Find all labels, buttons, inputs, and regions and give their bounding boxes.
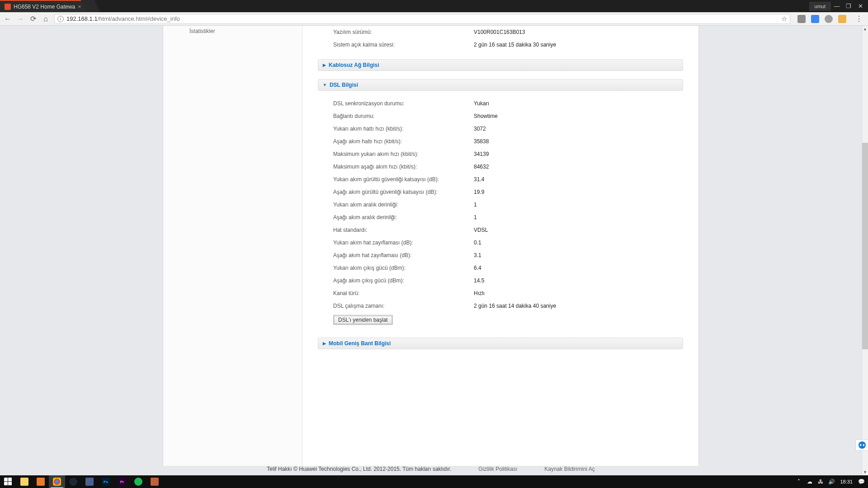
windows-logo-icon	[4, 478, 12, 486]
tray-cloud-icon[interactable]: ☁	[807, 479, 813, 485]
info-label: Sistem açık kalma süresi:	[318, 42, 474, 48]
nav-back-button[interactable]: ←	[4, 15, 12, 23]
info-label: Aşağı akım aralık derinliği:	[318, 214, 474, 221]
task-chrome[interactable]	[49, 475, 65, 488]
scrollbar-down-icon[interactable]: ▼	[862, 469, 868, 475]
info-row: Kanal türü:Hızlı	[318, 287, 683, 300]
info-row: Aşağı akım hat zayıflaması (dB):3.1	[318, 249, 683, 262]
folder-icon	[20, 478, 28, 486]
dsl-restart-button[interactable]: DSL'ı yeniden başlat	[333, 315, 393, 325]
info-value: 1	[474, 214, 683, 221]
tray-chevron-up-icon[interactable]: ˄	[796, 479, 802, 485]
footer-osn-link[interactable]: Kaynak Bildirimini Aç	[544, 466, 594, 472]
svg-rect-1	[8, 478, 12, 481]
info-value: 31.4	[474, 176, 683, 183]
premiere-icon: Pr	[118, 478, 126, 486]
extension-translate-icon[interactable]	[811, 15, 819, 23]
info-row: Yukarı akım aralık derinliği:1	[318, 198, 683, 211]
nav-reload-button[interactable]: ⟳	[29, 15, 37, 23]
nav-home-button[interactable]: ⌂	[42, 15, 50, 23]
svg-rect-2	[4, 482, 8, 485]
window-minimize-button[interactable]: —	[831, 2, 843, 11]
info-label: Yukarı akım hat zayıflaması (dB):	[318, 239, 474, 246]
scrollbar-thumb[interactable]	[862, 143, 868, 350]
steam-icon	[69, 478, 77, 486]
info-label: Aşağı akım çıkış gücü (dBm):	[318, 277, 474, 284]
info-label: Yazılım sürümü:	[318, 29, 474, 35]
panel-body-dsl: DSL senkronizasyon durumu:YukarıBağlantı…	[318, 91, 683, 329]
chevron-right-icon: ▶	[323, 63, 326, 67]
info-label: Yukarı akım aralık derinliği:	[318, 202, 474, 208]
chrome-icon	[53, 478, 61, 486]
address-bar[interactable]: i 192.168.1.1/html/advance.html#device_i…	[54, 14, 790, 24]
panel-header-mobile[interactable]: ▶ Mobil Geniş Bant Bilgisi	[318, 338, 683, 349]
info-value: VDSL	[474, 227, 683, 233]
panel-title-wifi: Kablosuz Ağ Bilgisi	[329, 62, 379, 68]
info-row: Sistem açık kalma süresi:2 gün 16 saat 1…	[318, 38, 683, 51]
browser-tab-active[interactable]: HG658 V2 Home Gatewa ×	[0, 0, 86, 12]
panel-title-mobile: Mobil Geniş Bant Bilgisi	[329, 340, 391, 347]
tab-close-icon[interactable]: ×	[78, 3, 81, 10]
browser-toolbar: ← → ⟳ ⌂ i 192.168.1.1/html/advance.html#…	[0, 12, 868, 26]
tab-favicon	[5, 4, 11, 10]
task-photoshop[interactable]: Ps	[98, 475, 114, 488]
app-icon	[151, 478, 159, 486]
info-row: Yukarı akım hat zayıflaması (dB):0.1	[318, 236, 683, 249]
info-value: V100R001C163B013	[474, 29, 683, 35]
task-app-1[interactable]	[33, 475, 49, 488]
extension-shield-icon[interactable]	[797, 15, 806, 23]
info-value: 2 gün 16 saat 14 dakika 40 saniye	[474, 303, 683, 309]
teamviewer-icon	[859, 441, 866, 449]
info-row: Aşağı akım gürültü güvenliği katsayısı (…	[318, 186, 683, 198]
window-user-label[interactable]: umut	[809, 2, 831, 11]
start-button[interactable]	[0, 475, 16, 488]
taskbar-left: Ps Pr	[0, 475, 163, 488]
nav-forward-button[interactable]: →	[16, 15, 24, 23]
info-row: Hat standardı:VDSL	[318, 224, 683, 236]
window-close-button[interactable]: ✕	[854, 2, 866, 11]
task-premiere[interactable]: Pr	[114, 475, 130, 488]
info-label: Aşağı akım gürültü güvenliği katsayısı (…	[318, 189, 474, 195]
extension-icons	[795, 15, 849, 23]
task-app-2[interactable]	[81, 475, 98, 488]
task-steam[interactable]	[65, 475, 81, 488]
info-row: Aşağı akım hattı hızı (kbit/s):35838	[318, 135, 683, 148]
extension-generic-icon-2[interactable]	[838, 15, 846, 23]
footer-privacy-link[interactable]: Gizlilik Politikası	[478, 466, 517, 472]
taskbar: Ps Pr ˄ ☁ 🖧 🔊 18:31 💬	[0, 475, 868, 488]
page-footer: Telif Hakkı © Huawei Technologies Co., L…	[163, 464, 698, 474]
app-icon	[37, 478, 45, 486]
window-maximize-button[interactable]: ❐	[843, 2, 854, 11]
info-value: 0.1	[474, 239, 683, 246]
info-value: 14.5	[474, 277, 683, 284]
taskbar-clock[interactable]: 18:31	[839, 479, 854, 484]
task-explorer[interactable]	[16, 475, 33, 488]
info-value: 35838	[474, 138, 683, 145]
scrollbar-vertical[interactable]: ▲ ▼	[862, 26, 868, 475]
scrollbar-up-icon[interactable]: ▲	[862, 26, 868, 32]
info-value: 1	[474, 202, 683, 208]
panel-header-wifi[interactable]: ▶ Kablosuz Ağ Bilgisi	[318, 59, 683, 71]
info-value: Showtime	[474, 113, 683, 119]
tray-notifications-icon[interactable]: 💬	[858, 479, 864, 485]
extension-generic-icon[interactable]	[825, 15, 833, 23]
info-value: 34139	[474, 151, 683, 157]
system-tray: ˄ ☁ 🖧 🔊 18:31 💬	[792, 479, 868, 485]
info-row: Aşağı akım aralık derinliği:1	[318, 211, 683, 224]
tray-network-icon[interactable]: 🖧	[817, 479, 824, 485]
address-url: 192.168.1.1/html/advance.html#device_inf…	[66, 15, 778, 22]
browser-tabs: HG658 V2 Home Gatewa ×	[0, 0, 97, 12]
task-spotify[interactable]	[130, 475, 146, 488]
site-info-icon[interactable]: i	[57, 16, 64, 22]
browser-menu-button[interactable]: ⋮	[854, 14, 864, 23]
panel-title-dsl: DSL Bilgisi	[330, 82, 358, 88]
task-app-3[interactable]	[146, 475, 163, 488]
teamviewer-badge[interactable]	[855, 439, 868, 451]
info-label: Maksimum aşağı akım hızı (kbit/s):	[318, 164, 474, 170]
sidebar-item-statistics[interactable]: İstatistikler	[163, 26, 302, 37]
bookmark-star-icon[interactable]: ☆	[781, 15, 787, 23]
panel-header-dsl[interactable]: ▼ DSL Bilgisi	[318, 79, 683, 91]
tray-volume-icon[interactable]: 🔊	[828, 479, 835, 485]
router-page: İstatistikler Yazılım sürümü:V100R001C16…	[163, 26, 699, 466]
info-value: 2 gün 16 saat 15 dakika 30 saniye	[474, 42, 683, 48]
